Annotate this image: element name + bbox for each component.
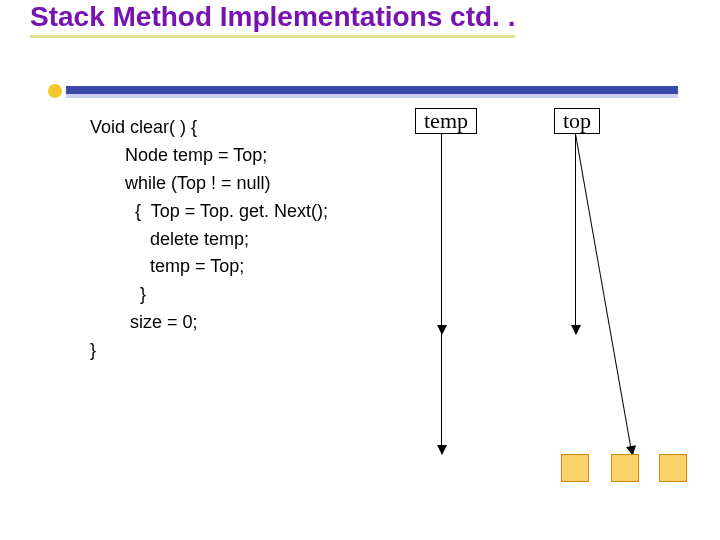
stack-node xyxy=(561,454,589,482)
temp-label-box: temp xyxy=(415,108,477,134)
temp-arrow-long xyxy=(441,134,442,454)
pseudocode-block: Void clear( ) { Node temp = Top; while (… xyxy=(90,114,328,365)
top-arrow-short xyxy=(575,134,576,334)
title-rule xyxy=(48,82,678,98)
slide-title: Stack Method Implementations ctd. . xyxy=(30,2,515,38)
stack-node xyxy=(611,454,639,482)
bullet-icon xyxy=(48,84,62,98)
top-arrow-diagonal xyxy=(575,134,632,455)
stack-node xyxy=(659,454,687,482)
rule-light xyxy=(66,94,678,98)
top-label-box: top xyxy=(554,108,600,134)
rule-dark xyxy=(66,86,678,94)
